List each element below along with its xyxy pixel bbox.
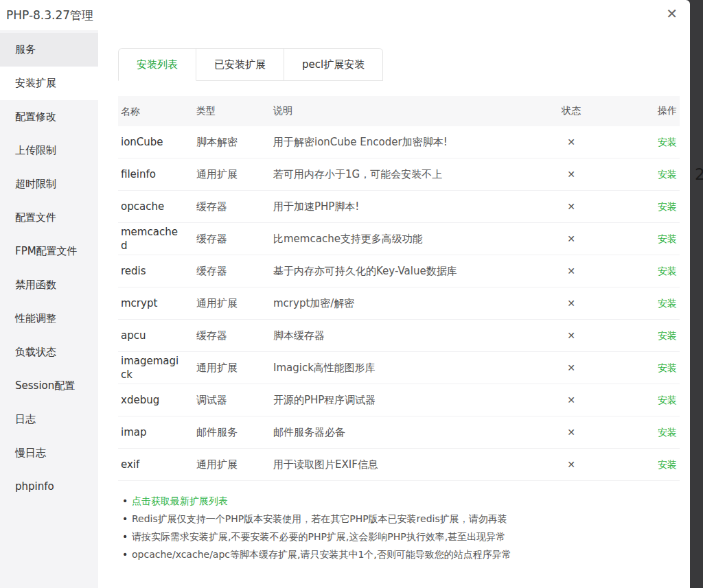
- extension-description: Imagick高性能图形库: [270, 362, 537, 375]
- bullet-icon: •: [122, 510, 132, 528]
- not-installed-icon: ✕: [567, 427, 575, 438]
- not-installed-icon: ✕: [567, 137, 575, 148]
- table-row-imap: imap邮件服务邮件服务器必备✕安装: [118, 416, 680, 449]
- not-installed-icon: ✕: [567, 362, 575, 373]
- table-row-xdebug: xdebug调试器开源的PHP程序调试器✕安装: [118, 384, 680, 416]
- status-cell: ✕: [537, 265, 606, 277]
- extension-type: 缓存器: [194, 265, 270, 278]
- extension-name: apcu: [118, 329, 194, 342]
- sidebar-item-fpm-config-file[interactable]: FPM配置文件: [0, 235, 98, 268]
- status-cell: ✕: [537, 362, 606, 374]
- note-item: •opcache/xcache/apc等脚本缓存扩展,请只安装其中1个,否则可能…: [118, 545, 690, 563]
- operation-cell: 安装: [606, 233, 680, 246]
- tab-install-list[interactable]: 安装列表: [118, 48, 196, 81]
- table-row-exif: exif通用扩展用于读取图片EXIF信息✕安装: [118, 449, 680, 481]
- sidebar-item-load-status[interactable]: 负载状态: [0, 336, 98, 369]
- extension-name: ionCube: [118, 135, 194, 149]
- note-text: opcache/xcache/apc等脚本缓存扩展,请只安装其中1个,否则可能导…: [132, 545, 511, 563]
- operation-cell: 安装: [606, 394, 680, 407]
- not-installed-icon: ✕: [567, 459, 575, 470]
- install-link[interactable]: 安装: [658, 362, 677, 373]
- refresh-extension-list-link[interactable]: 点击获取最新扩展列表: [132, 492, 228, 510]
- sidebar-item-slow-log[interactable]: 慢日志: [0, 436, 98, 470]
- not-installed-icon: ✕: [567, 298, 575, 309]
- extension-description: mcrypt加密/解密: [270, 297, 537, 310]
- status-cell: ✕: [537, 329, 606, 342]
- sidebar-item-performance-tuning[interactable]: 性能调整: [0, 302, 98, 336]
- notes-list: •点击获取最新扩展列表•Redis扩展仅支持一个PHP版本安装使用，若在其它PH…: [118, 492, 690, 563]
- column-header-type: 类型: [194, 105, 270, 117]
- status-cell: ✕: [537, 233, 606, 245]
- note-text: 请按实际需求安装扩展,不要安装不必要的PHP扩展,这会影响PHP执行效率,甚至出…: [132, 528, 505, 545]
- extension-name: opcache: [118, 200, 194, 213]
- operation-cell: 安装: [606, 168, 680, 181]
- background-partial-text: 2: [695, 165, 703, 183]
- bullet-icon: •: [122, 492, 132, 510]
- extension-type: 通用扩展: [194, 297, 270, 310]
- extension-description: 若可用内存小于1G，可能会安装不上: [270, 168, 537, 181]
- table-row-memcached: memcached缓存器比memcache支持更多高级功能✕安装: [118, 223, 680, 255]
- sidebar-item-config-file[interactable]: 配置文件: [0, 201, 98, 235]
- bullet-icon: •: [122, 528, 132, 545]
- table-row-redis: redis缓存器基于内存亦可持久化的Key-Value数据库✕安装: [118, 255, 680, 287]
- tab-pecl-ext-install[interactable]: pecl扩展安装: [284, 48, 383, 81]
- operation-cell: 安装: [606, 329, 680, 342]
- install-link[interactable]: 安装: [658, 459, 677, 470]
- status-cell: ✕: [537, 394, 606, 406]
- extension-name: mcrypt: [118, 296, 194, 310]
- not-installed-icon: ✕: [567, 169, 575, 180]
- extension-type: 缓存器: [194, 329, 270, 342]
- note-text: Redis扩展仅支持一个PHP版本安装使用，若在其它PHP版本已安装redis扩…: [132, 510, 507, 528]
- sidebar-item-service[interactable]: 服务: [0, 33, 98, 67]
- sidebar-item-install-extensions[interactable]: 安装扩展: [0, 67, 98, 100]
- sidebar-item-disabled-functions[interactable]: 禁用函数: [0, 268, 98, 302]
- php-manage-dialog: PHP-8.3.27管理 ✕ 服务安装扩展配置修改上传限制超时限制配置文件FPM…: [0, 0, 690, 588]
- extension-name: exif: [118, 458, 194, 471]
- operation-cell: 安装: [606, 265, 680, 278]
- column-header-status: 状态: [537, 105, 606, 117]
- sidebar-item-log[interactable]: 日志: [0, 403, 98, 436]
- column-header-desc: 说明: [270, 105, 537, 117]
- status-cell: ✕: [537, 168, 606, 180]
- install-link[interactable]: 安装: [658, 201, 677, 212]
- extension-name: redis: [118, 264, 194, 278]
- install-link[interactable]: 安装: [658, 298, 677, 309]
- operation-cell: 安装: [606, 362, 680, 375]
- install-link[interactable]: 安装: [658, 395, 677, 405]
- extension-name: imagemagick: [118, 354, 194, 381]
- table-row-ionCube: ionCube脚本解密用于解密ionCube Encoder加密脚本!✕安装: [118, 126, 680, 158]
- operation-cell: 安装: [606, 426, 680, 439]
- install-link[interactable]: 安装: [658, 137, 677, 148]
- close-icon[interactable]: ✕: [666, 5, 678, 22]
- sidebar-item-session-config[interactable]: Session配置: [0, 369, 98, 403]
- table-row-opcache: opcache缓存器用于加速PHP脚本!✕安装: [118, 191, 680, 223]
- note-item: •请按实际需求安装扩展,不要安装不必要的PHP扩展,这会影响PHP执行效率,甚至…: [118, 528, 690, 545]
- extension-description: 邮件服务器必备: [270, 426, 537, 439]
- sidebar-item-phpinfo[interactable]: phpinfo: [0, 470, 98, 504]
- sidebar-item-upload-limit[interactable]: 上传限制: [0, 134, 98, 167]
- install-link[interactable]: 安装: [658, 169, 677, 180]
- install-link[interactable]: 安装: [658, 266, 677, 277]
- extension-type: 通用扩展: [194, 362, 270, 375]
- titlebar: PHP-8.3.27管理 ✕: [0, 0, 690, 30]
- sidebar-item-timeout-limit[interactable]: 超时限制: [0, 167, 98, 201]
- extension-type: 通用扩展: [194, 458, 270, 471]
- extension-name: memcached: [118, 225, 194, 252]
- sidebar-item-config-edit[interactable]: 配置修改: [0, 100, 98, 134]
- extension-name: imap: [118, 425, 194, 439]
- not-installed-icon: ✕: [567, 233, 575, 244]
- extension-description: 用于加速PHP脚本!: [270, 200, 537, 213]
- tab-installed-ext[interactable]: 已安装扩展: [196, 48, 284, 81]
- extension-description: 脚本缓存器: [270, 329, 537, 342]
- table-row-mcrypt: mcrypt通用扩展mcrypt加密/解密✕安装: [118, 287, 680, 320]
- status-cell: ✕: [537, 297, 606, 309]
- install-link[interactable]: 安装: [658, 427, 677, 438]
- install-link[interactable]: 安装: [658, 233, 677, 244]
- table-body: ionCube脚本解密用于解密ionCube Encoder加密脚本!✕安装fi…: [118, 126, 680, 481]
- not-installed-icon: ✕: [567, 330, 575, 341]
- status-cell: ✕: [537, 426, 606, 438]
- tab-bar: 安装列表已安装扩展pecl扩展安装: [118, 48, 383, 81]
- table-header: 名称类型说明状态操作: [118, 96, 680, 126]
- extension-type: 缓存器: [194, 200, 270, 213]
- install-link[interactable]: 安装: [658, 330, 677, 341]
